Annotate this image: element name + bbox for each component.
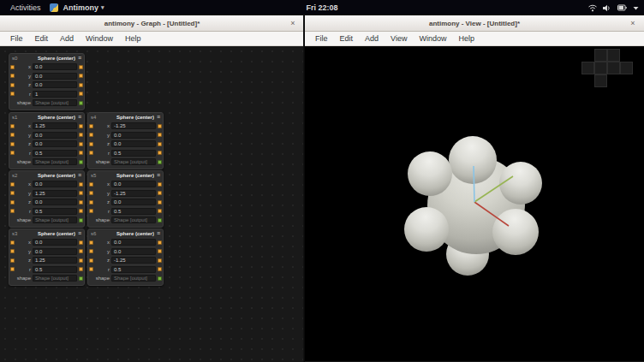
input-port[interactable]: [10, 142, 15, 146]
view-nav-widget-tile[interactable]: [594, 49, 607, 62]
input-port[interactable]: [10, 124, 15, 128]
output-port[interactable]: [79, 142, 83, 146]
input-port[interactable]: [89, 249, 93, 253]
sphere-upper-left[interactable]: [408, 151, 452, 196]
field-value[interactable]: 0.0: [111, 239, 156, 246]
field-value[interactable]: 0.0: [33, 140, 77, 147]
node-s1[interactable]: s1Sphere (center)≡x1.25y0.0z0.0r0.5shape…: [9, 112, 85, 169]
input-port[interactable]: [89, 182, 93, 187]
field-value[interactable]: 0.5: [33, 266, 77, 273]
field-value[interactable]: 0.5: [111, 266, 156, 273]
input-port[interactable]: [10, 74, 15, 78]
input-port[interactable]: [10, 65, 15, 69]
output-port[interactable]: [158, 258, 162, 263]
output-port[interactable]: [158, 267, 162, 271]
output-port[interactable]: [158, 249, 162, 253]
menu-edit[interactable]: Edit: [335, 33, 359, 45]
menu-file[interactable]: File: [310, 33, 333, 45]
input-port[interactable]: [10, 133, 15, 137]
field-value[interactable]: 0.0: [33, 63, 77, 70]
output-port[interactable]: [79, 133, 83, 137]
input-port[interactable]: [10, 258, 15, 263]
view-nav-widget-tile[interactable]: [620, 62, 633, 74]
3d-viewport[interactable]: [305, 46, 644, 361]
field-value[interactable]: 0.5: [111, 208, 156, 215]
field-value[interactable]: -1.25: [111, 190, 156, 197]
menu-edit[interactable]: Edit: [30, 33, 54, 45]
node-menu-icon[interactable]: ≡: [157, 173, 160, 178]
input-port[interactable]: [10, 200, 15, 205]
output-port[interactable]: [79, 124, 83, 128]
node-header[interactable]: s1Sphere (center)≡: [9, 113, 84, 122]
view-nav-widget-tile[interactable]: [581, 62, 594, 74]
node-s0[interactable]: s0Sphere (center)≡x0.0y0.0z0.0r1shapeSha…: [9, 53, 85, 110]
output-port[interactable]: [79, 151, 83, 155]
clock[interactable]: Fri 22:08: [0, 3, 644, 12]
sphere-lower-left[interactable]: [404, 207, 449, 252]
input-port[interactable]: [89, 142, 93, 146]
node-header[interactable]: s0Sphere (center)≡: [9, 54, 84, 62]
shape-output-port[interactable]: [158, 160, 162, 164]
node-header[interactable]: s3Sphere (center)≡: [9, 229, 84, 238]
input-port[interactable]: [10, 267, 15, 271]
input-port[interactable]: [89, 200, 93, 205]
node-s3[interactable]: s3Sphere (center)≡x0.0y0.0z1.25r0.5shape…: [9, 228, 85, 286]
menu-help[interactable]: Help: [453, 33, 480, 45]
field-value[interactable]: 0.5: [111, 150, 156, 157]
field-value[interactable]: 1: [33, 91, 77, 98]
field-value[interactable]: 0.0: [33, 181, 77, 187]
system-status-area[interactable]: [588, 0, 639, 15]
node-header[interactable]: s2Sphere (center)≡: [9, 171, 84, 180]
output-port[interactable]: [79, 267, 83, 271]
input-port[interactable]: [10, 92, 15, 96]
field-value[interactable]: 0.5: [33, 208, 77, 215]
input-port[interactable]: [89, 191, 93, 195]
field-value[interactable]: 0.0: [33, 132, 77, 139]
input-port[interactable]: [89, 209, 93, 213]
output-port[interactable]: [158, 191, 162, 195]
shape-output-port[interactable]: [79, 276, 83, 281]
input-port[interactable]: [89, 133, 93, 137]
node-menu-icon[interactable]: ≡: [78, 56, 81, 61]
view-titlebar[interactable]: antimony - View - [Untitled]* ×: [305, 15, 644, 32]
field-value[interactable]: 0.0: [33, 199, 77, 205]
shape-output-port[interactable]: [158, 276, 162, 281]
input-port[interactable]: [10, 240, 15, 245]
field-value[interactable]: 0.0: [33, 73, 77, 80]
menu-view[interactable]: View: [385, 33, 412, 45]
field-value[interactable]: 1.25: [33, 257, 77, 264]
output-port[interactable]: [79, 200, 83, 205]
input-port[interactable]: [89, 151, 93, 155]
output-port[interactable]: [158, 133, 162, 137]
node-menu-icon[interactable]: ≡: [78, 115, 81, 120]
menu-window[interactable]: Window: [414, 33, 451, 45]
menu-window[interactable]: Window: [80, 33, 118, 45]
input-port[interactable]: [89, 258, 93, 263]
output-port[interactable]: [79, 258, 83, 263]
close-button[interactable]: ×: [628, 18, 638, 28]
shape-output-port[interactable]: [79, 218, 83, 223]
output-port[interactable]: [158, 209, 162, 213]
field-value[interactable]: 0.0: [33, 248, 77, 255]
view-nav-widget-tile[interactable]: [607, 62, 620, 74]
field-value[interactable]: 0.0: [111, 199, 156, 205]
output-port[interactable]: [158, 124, 162, 128]
sphere-right[interactable]: [499, 162, 542, 205]
output-port[interactable]: [158, 240, 162, 245]
input-port[interactable]: [10, 83, 15, 87]
output-port[interactable]: [158, 142, 162, 146]
graph-titlebar[interactable]: antimony - Graph - [Untitled]* ×: [0, 15, 304, 32]
output-port[interactable]: [79, 191, 83, 195]
output-port[interactable]: [79, 249, 83, 253]
output-port[interactable]: [158, 151, 162, 155]
input-port[interactable]: [89, 124, 93, 128]
output-port[interactable]: [79, 209, 83, 213]
input-port[interactable]: [10, 151, 15, 155]
node-menu-icon[interactable]: ≡: [157, 231, 160, 236]
node-s6[interactable]: s6Sphere (center)≡x0.0y0.0z-1.25r0.5shap…: [87, 228, 164, 286]
view-nav-widget-tile[interactable]: [594, 62, 607, 74]
shape-output-port[interactable]: [158, 218, 162, 223]
field-value[interactable]: 0.0: [111, 248, 156, 255]
graph-canvas[interactable]: s0Sphere (center)≡x0.0y0.0z0.0r1shapeSha…: [0, 46, 304, 361]
node-s5[interactable]: s5Sphere (center)≡x0.0y-1.25z0.0r0.5shap…: [87, 170, 164, 228]
